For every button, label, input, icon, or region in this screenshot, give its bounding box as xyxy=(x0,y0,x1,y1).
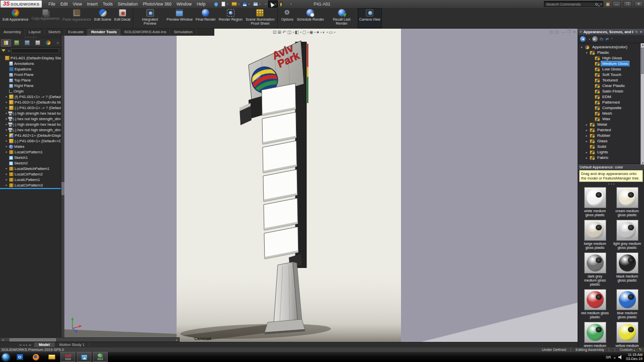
commandmanager-tab[interactable]: Render Tools xyxy=(88,29,121,36)
menu-item[interactable]: Help xyxy=(194,0,208,8)
expand-arrow-icon[interactable] xyxy=(5,166,8,171)
splitter-handle[interactable] xyxy=(61,182,64,195)
appearance-swatch[interactable]: black medium gloss plastic xyxy=(613,252,641,287)
tree-scrollbar[interactable] xyxy=(640,43,644,164)
appearance-tree-item[interactable]: Appearances(color) xyxy=(578,44,644,50)
appearance-tree-item[interactable]: Satin Finish xyxy=(578,88,644,94)
feature-tree-item[interactable]: P41-002<1> (Default<As Machined> xyxy=(0,100,61,105)
expand-arrow-icon[interactable] xyxy=(585,123,588,126)
select-button[interactable]: ▾ xyxy=(268,1,278,8)
appearance-tree-item[interactable]: Low Gloss xyxy=(578,66,644,72)
appearance-tree-item[interactable]: High Gloss xyxy=(578,55,644,61)
expand-arrow-icon[interactable] xyxy=(5,105,8,111)
appearance-tree-item[interactable]: Solid xyxy=(578,144,644,149)
expand-arrow-icon[interactable] xyxy=(5,100,8,105)
last-tab-icon[interactable]: ▸| xyxy=(29,342,32,347)
search-commands-input[interactable]: Search Commands ▾ xyxy=(544,1,603,7)
appearance-tree-item[interactable]: Clear Plastic xyxy=(578,83,644,88)
appearance-swatch[interactable]: beige medium gloss plastic xyxy=(581,220,609,250)
appearance-tree-item[interactable]: Fabric xyxy=(578,155,644,160)
appearance-tree-item[interactable]: Plastic xyxy=(578,50,644,55)
appearance-tree-item[interactable]: Soft Touch xyxy=(578,72,644,77)
edit-decal-button[interactable]: Edit Decal xyxy=(113,8,132,28)
render-options-button[interactable]: Options xyxy=(277,8,295,28)
start-button[interactable] xyxy=(0,352,11,362)
undo-button[interactable]: ▾ xyxy=(262,1,268,8)
feature-tree-item[interactable]: LocalCirPattern2 xyxy=(0,171,61,177)
featuremanager-tab-icon[interactable] xyxy=(1,39,11,47)
apply-scene-icon[interactable]: ◐ ▾ xyxy=(323,29,328,35)
hide-show-items-icon[interactable]: ◉ ▾ xyxy=(309,29,315,35)
final-render-button[interactable]: Final Render xyxy=(194,8,217,28)
appearance-swatch[interactable]: red medium gloss plastic xyxy=(581,289,609,319)
menu-item[interactable]: Tools xyxy=(100,0,115,8)
filter-icon[interactable] xyxy=(2,49,6,52)
unit-system[interactable]: Custom▴ xyxy=(619,347,635,352)
save-appearance-icon[interactable]: 🗀 xyxy=(600,35,604,43)
appearance-swatch[interactable]: cream medium gloss plastic xyxy=(613,187,641,217)
display-grid-button[interactable]: ▾ xyxy=(284,1,287,8)
taskbar-image-viewer[interactable] xyxy=(76,352,92,362)
appearance-swatch[interactable]: white medium gloss plastic xyxy=(581,187,609,217)
edit-appearance-icon[interactable]: ● ▾ xyxy=(316,29,321,35)
propertymanager-tab-icon[interactable] xyxy=(12,39,22,47)
appearance-tree-item[interactable]: Textured xyxy=(578,77,644,83)
commandmanager-tab[interactable]: Layout xyxy=(25,29,45,36)
schedule-render-button[interactable]: Schedule Render xyxy=(295,8,326,28)
speaker-icon[interactable] xyxy=(618,355,623,359)
pane-split-icon[interactable]: ◫ xyxy=(549,29,553,35)
paste-appearance-button[interactable]: Paste Appearance xyxy=(61,8,93,28)
graphics-viewport[interactable]: Aviv Park xyxy=(64,29,578,347)
feature-tree-item[interactable]: LocalCirPattern3 xyxy=(0,183,61,188)
tree-filter-input[interactable] xyxy=(11,48,59,53)
appearance-swatch[interactable]: blue medium gloss plastic xyxy=(613,289,641,319)
tab-motion-study[interactable]: Motion Study 1 xyxy=(55,342,90,347)
integrated-preview-button[interactable]: Integrated Preview xyxy=(133,8,165,28)
previous-view-icon[interactable]: ↶ ▾ xyxy=(282,29,286,35)
new-document-button[interactable]: ▾ xyxy=(220,1,229,8)
pane-resize-handle[interactable] xyxy=(578,182,644,186)
view-orientation-icon[interactable]: ◧ ▾ xyxy=(295,29,301,35)
appearance-tree-item[interactable]: Composite xyxy=(578,105,644,111)
forward-icon[interactable]: ► xyxy=(592,36,598,42)
expand-arrow-icon[interactable] xyxy=(5,138,8,144)
expand-arrow-icon[interactable] xyxy=(5,149,8,155)
feature-tree-item[interactable]: Mates xyxy=(0,144,61,149)
refresh-icon[interactable]: ↻ xyxy=(635,30,638,34)
appearance-tree-item[interactable]: Medium Gloss xyxy=(578,61,644,66)
appearance-swatch[interactable]: dark grey medium gloss plastic xyxy=(581,252,609,287)
expand-arrow-icon[interactable] xyxy=(585,128,588,132)
feature-tree-item[interactable]: (-) high strength hex head bolt_din< xyxy=(0,111,61,116)
zoom-to-fit-icon[interactable]: ⊡ ▾ xyxy=(273,29,277,35)
expand-arrow-icon[interactable] xyxy=(5,144,8,149)
feature-tree-item[interactable]: (f) P41-001<1> -> ? (Default<As Mac xyxy=(0,94,61,100)
feature-tree-item[interactable]: (-) high strength hex head bolt_din< xyxy=(0,122,61,127)
feature-tree-item[interactable]: LocalCirPattern1 xyxy=(0,149,61,155)
appearance-tree-item[interactable]: Painted xyxy=(578,127,644,133)
viewport-restore-icon[interactable]: ❐ xyxy=(567,29,571,35)
options-button[interactable]: ▾ xyxy=(288,1,293,8)
commandmanager-tab[interactable]: Assembly xyxy=(0,29,25,36)
appearance-tree-item[interactable]: Wax xyxy=(578,116,644,122)
solidworks-resources-icon[interactable]: ▣ xyxy=(605,2,610,7)
view-settings-icon[interactable]: ▭ ▾ xyxy=(329,29,335,35)
menu-item[interactable]: Window xyxy=(174,0,194,8)
menu-item[interactable]: PhotoView 360 xyxy=(140,0,174,8)
up-level-icon[interactable]: ↑ xyxy=(611,35,613,43)
scroll-left-icon[interactable]: ◂ xyxy=(1,338,5,342)
selection-filter-button[interactable]: ▾ xyxy=(278,1,284,8)
next-tab-icon[interactable]: ▸ xyxy=(26,342,28,347)
feature-tree-item[interactable]: Right Plane xyxy=(0,83,61,88)
menu-item[interactable]: View xyxy=(70,0,85,8)
clock[interactable]: 11:15 AM 03-Dec-19 xyxy=(626,353,642,361)
feature-tree-item[interactable]: (-) hex nut high strength_din<268> ( xyxy=(0,116,61,122)
appearance-tree-item[interactable]: Metal xyxy=(578,122,644,127)
feature-tree-item[interactable]: (-) P41-003<1> -> ? (Default<As Mac xyxy=(0,105,61,111)
minimize-button[interactable]: — xyxy=(612,1,621,7)
recall-last-render-button[interactable]: Recall Last Render xyxy=(326,8,358,28)
expand-arrow-icon[interactable] xyxy=(585,139,588,143)
panel-splitter[interactable] xyxy=(61,29,64,347)
appearance-swatch[interactable]: light grey medium gloss plastic xyxy=(613,220,641,250)
feature-tree-item[interactable]: Equations xyxy=(0,66,61,72)
section-view-icon[interactable]: ◫ ▾ xyxy=(287,29,294,35)
